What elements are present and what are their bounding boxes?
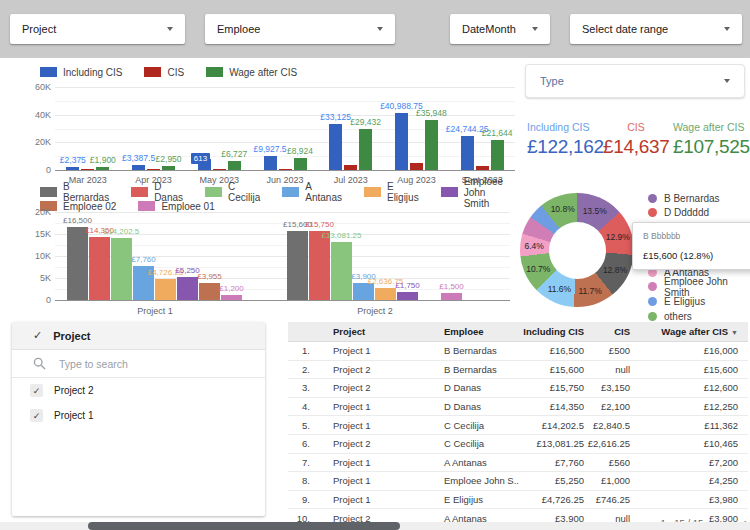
bar-value-label: £1,200 <box>204 284 260 293</box>
table-row[interactable]: 4.Project 1D Danas£14,350£2,100£12,250 <box>288 398 748 417</box>
table-cell: Project 1 <box>314 494 434 505</box>
bar-wage-after-cis-aug-2023[interactable] <box>425 120 438 170</box>
bar-emploee-01-project-1[interactable] <box>221 295 242 300</box>
scorecard-cis: CIS £14,637 <box>603 121 669 158</box>
donut-legend-item-others[interactable]: others <box>648 310 748 322</box>
emploee-filter-dropdown[interactable]: Emploee <box>205 14 395 44</box>
bar-cis-may-2023[interactable] <box>213 169 226 170</box>
table-row[interactable]: 2.Project 2B Bernardas£15,600null£15,600 <box>288 361 748 380</box>
sort-desc-icon: ▼ <box>731 329 738 336</box>
table-header-row: ProjectEmploeeIncluding CISCISWage after… <box>288 322 748 342</box>
y-tick-label: 0 <box>25 165 51 175</box>
legend-swatch <box>441 187 458 197</box>
legend-item-emploee-02[interactable]: Emploee 02 <box>40 201 116 212</box>
table-row[interactable]: 8.Project 1Emploee John S..£5,250£1,000£… <box>288 472 748 491</box>
bar-e-eligijus-project-1[interactable] <box>155 279 176 300</box>
table-row[interactable]: 3.Project 2D Danas£15,750£3,150£12,600 <box>288 379 748 398</box>
checkbox-checked[interactable]: ✓ <box>30 384 43 397</box>
legend-label: Emploee 01 <box>161 201 214 212</box>
table-header-wage-after-cis[interactable]: Wage after CIS▼ <box>630 326 748 337</box>
bar-cis-jul-2023[interactable] <box>344 165 357 170</box>
bar-c-cecilija-project-1[interactable] <box>111 238 132 300</box>
checkbox-checked[interactable]: ✓ <box>30 409 43 422</box>
scorecard-value: £14,637 <box>603 136 669 158</box>
table-header-project[interactable]: Project <box>314 326 434 337</box>
filter-bar: Project Emploee DateMonth Select date ra… <box>0 0 750 58</box>
bar-b-bernardas-project-1[interactable] <box>67 227 88 300</box>
donut-legend-item-b-bernardas[interactable]: B Bernardas <box>648 192 748 204</box>
filter-item-project-2[interactable]: ✓Project 2 <box>12 378 265 403</box>
bar-including-cis-jul-2023[interactable] <box>329 124 342 170</box>
bar-wage-after-cis-jun-2023[interactable] <box>294 158 307 170</box>
table-cell: Project 2 <box>314 438 434 449</box>
table-header-including-cis[interactable]: Including CIS <box>520 326 584 337</box>
project-filter-dropdown[interactable]: Project <box>10 14 185 44</box>
table-cell: £12,600 <box>630 382 748 393</box>
table-cell: 8. <box>288 475 314 486</box>
bar-cis-sept-2023[interactable] <box>476 166 489 170</box>
table-row[interactable]: 5.Project 1C Cecilija£14,202.5£2,840.5£1… <box>288 416 748 435</box>
donut-legend-item-emploee-john-smith[interactable]: Emploee John Smith <box>648 281 748 293</box>
legend-item-wage-after-cis[interactable]: Wage after CIS <box>206 67 297 78</box>
bar-wage-after-cis-apr-2023[interactable] <box>162 166 175 170</box>
bar-cis-apr-2023[interactable] <box>147 169 160 170</box>
bar-cis-aug-2023[interactable] <box>410 163 423 170</box>
chart-legend-row: Emploee 02Emploee 01 <box>40 200 520 212</box>
bar-wage-after-cis-jul-2023[interactable] <box>359 129 372 170</box>
bar-wage-after-cis-may-2023[interactable] <box>228 161 241 170</box>
filter-search-input[interactable] <box>57 357 231 371</box>
table-header-emploee[interactable]: Emploee <box>434 326 520 337</box>
table-row[interactable]: 1.Project 1B Bernardas£16,500£500£16,000 <box>288 342 748 361</box>
chevron-down-icon <box>377 27 383 31</box>
bar-value-label: £1,500 <box>424 282 480 291</box>
type-dropdown[interactable]: Type <box>525 64 745 98</box>
datemonth-filter-dropdown[interactable]: DateMonth <box>450 14 550 44</box>
table-header-cis[interactable]: CIS <box>584 326 630 337</box>
bar-including-cis-aug-2023[interactable] <box>395 113 408 170</box>
bar-including-cis-sept-2023[interactable] <box>461 136 474 170</box>
table-row[interactable]: 6.Project 2C Cecilija£13,081.25£2,616.25… <box>288 435 748 454</box>
bar-d-danas-project-1[interactable] <box>89 237 110 300</box>
bar-wage-after-cis-sept-2023[interactable] <box>491 140 504 170</box>
bar-cis-mar-2023[interactable] <box>81 169 94 170</box>
y-tick-label: 40K <box>25 110 51 120</box>
table-cell: £15,600 <box>520 364 584 375</box>
legend-item-including-cis[interactable]: Including CIS <box>40 67 122 78</box>
table-cell: 9. <box>288 494 314 505</box>
bar-value-label: £13,081.25 <box>314 231 370 240</box>
legend-item-cis[interactable]: CIS <box>144 67 184 78</box>
date-range-filter-dropdown[interactable]: Select date range <box>570 14 742 44</box>
table-row[interactable]: 7.Project 1A Antanas£7,760£560£7,200 <box>288 454 748 473</box>
bar-emploee-01-project-2[interactable] <box>441 293 462 300</box>
table-row[interactable]: 9.Project 1E Eligijus£4,726.25£746.25£3,… <box>288 491 748 510</box>
table-cell: Project 2 <box>314 364 434 375</box>
legend-label: Emploee 02 <box>63 201 116 212</box>
table-cell: A Antanas <box>434 457 520 468</box>
bar-b-bernardas-project-2[interactable] <box>287 231 308 300</box>
bar-value-label: £7,760 <box>116 255 172 264</box>
table-cell: Project 1 <box>314 345 434 356</box>
bar-d-danas-project-2[interactable] <box>309 231 330 300</box>
y-tick-label: 5K <box>25 273 51 283</box>
donut-percent-label: 6.4% <box>516 241 552 251</box>
filter-search-row <box>12 350 265 378</box>
table-cell: 7. <box>288 457 314 468</box>
bar-including-cis-jun-2023[interactable] <box>264 156 277 170</box>
chart-legend-row: B BernardasD DanasC CecilijaA AntanasE E… <box>40 186 520 198</box>
bar-value-label: £35,948 <box>401 108 461 118</box>
bar-cis-jun-2023[interactable] <box>279 169 292 170</box>
donut-legend-item-e-eligijus[interactable]: E Eligijus <box>648 296 748 308</box>
legend-swatch <box>206 67 223 77</box>
legend-item-emploee-01[interactable]: Emploee 01 <box>138 201 214 212</box>
table-cell: 6. <box>288 438 314 449</box>
donut-legend-item-d-dddddd[interactable]: D Dddddd <box>648 207 748 219</box>
bar-including-cis-apr-2023[interactable] <box>132 165 145 170</box>
horizontal-scrollbar-thumb[interactable] <box>88 522 400 530</box>
bar-including-cis-mar-2023[interactable] <box>66 167 79 170</box>
table-cell: £3,150 <box>584 382 630 393</box>
filter-list-header[interactable]: ✓ Project <box>12 322 265 350</box>
bar-wage-after-cis-mar-2023[interactable] <box>96 167 109 170</box>
filter-item-project-1[interactable]: ✓Project 1 <box>12 403 265 428</box>
gridline-minor <box>55 101 515 102</box>
bar-emploee-john-smith-project-2[interactable] <box>397 292 418 300</box>
